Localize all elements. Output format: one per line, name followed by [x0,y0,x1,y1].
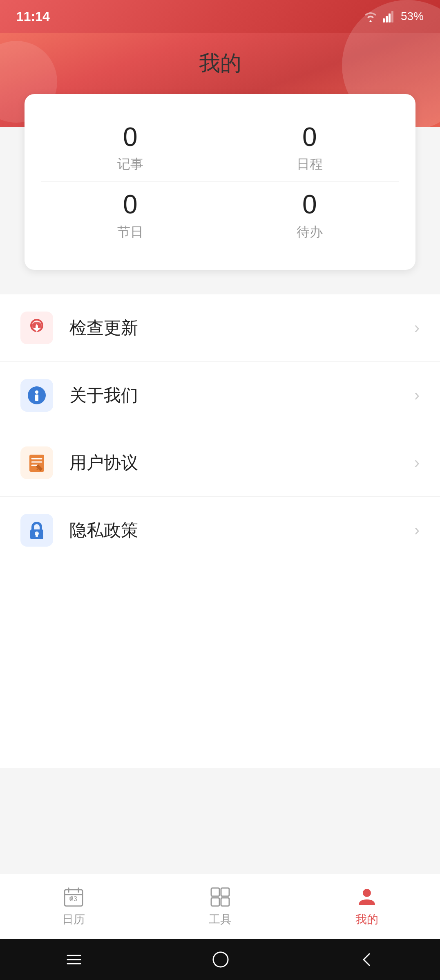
agreement-icon-container [20,446,53,479]
agreement-icon [26,452,47,473]
schedule-label: 日程 [224,155,395,173]
svg-point-14 [35,390,38,394]
bottom-navigation: 23 日历 工具 我的 [0,874,440,939]
stat-todo[interactable]: 0 待办 [220,182,400,249]
svg-point-39 [213,952,228,967]
festival-label: 节日 [45,223,216,241]
about-arrow-icon: › [414,386,420,404]
svg-rect-31 [211,888,219,896]
stats-grid: 0 记事 0 日程 0 节日 0 待办 [41,114,399,249]
menu-item-agreement[interactable]: 用户协议 › [0,429,440,497]
calendar-nav-icon: 23 [63,886,84,908]
menu-section: 检查更新 › 关于我们 › 用户协议 › [0,294,440,564]
todo-label: 待办 [224,223,395,241]
update-arrow-icon: › [414,318,420,337]
mine-nav-icon [356,886,377,908]
svg-text:23: 23 [70,895,77,902]
svg-point-35 [363,889,371,897]
menu-item-privacy[interactable]: 隐私政策 › [0,497,440,564]
nav-item-mine[interactable]: 我的 [293,874,440,939]
about-label: 关于我们 [69,384,414,407]
calendar-nav-label: 日历 [62,912,85,927]
privacy-icon [26,520,47,541]
svg-rect-34 [221,898,229,906]
menu-item-update[interactable]: 检查更新 › [0,294,440,362]
stat-notes[interactable]: 0 记事 [41,114,220,182]
svg-rect-33 [211,898,219,906]
nav-item-calendar[interactable]: 23 日历 [0,874,147,939]
update-label: 检查更新 [69,316,414,339]
home-button[interactable] [212,951,230,969]
schedule-count: 0 [224,123,395,151]
privacy-icon-container [20,514,53,547]
notes-label: 记事 [45,155,216,173]
notes-count: 0 [45,123,216,151]
about-icon-container [20,379,53,412]
back-button[interactable] [358,951,376,969]
svg-rect-15 [35,395,38,401]
nav-item-tools[interactable]: 工具 [147,874,293,939]
menu-item-about[interactable]: 关于我们 › [0,362,440,429]
svg-rect-32 [221,888,229,896]
tools-nav-icon [210,886,231,908]
status-time: 11:14 [16,9,50,24]
privacy-arrow-icon: › [414,521,420,539]
update-icon [26,317,47,339]
privacy-label: 隐私政策 [69,519,414,542]
tools-nav-label: 工具 [209,912,232,927]
agreement-label: 用户协议 [69,451,414,474]
about-icon [26,385,47,406]
system-navigation-bar [0,939,440,980]
stats-card: 0 记事 0 日程 0 节日 0 待办 [25,94,415,270]
svg-rect-12 [36,326,38,329]
svg-rect-24 [36,534,38,537]
stat-schedule[interactable]: 0 日程 [220,114,400,182]
stat-festival[interactable]: 0 节日 [41,182,220,249]
recent-apps-button[interactable] [64,952,84,967]
mine-nav-label: 我的 [355,912,378,927]
page-title: 我的 [0,49,440,78]
update-icon-container [20,312,53,344]
festival-count: 0 [45,190,216,219]
todo-count: 0 [224,190,395,219]
content-spacer [0,564,440,768]
agreement-arrow-icon: › [414,453,420,472]
